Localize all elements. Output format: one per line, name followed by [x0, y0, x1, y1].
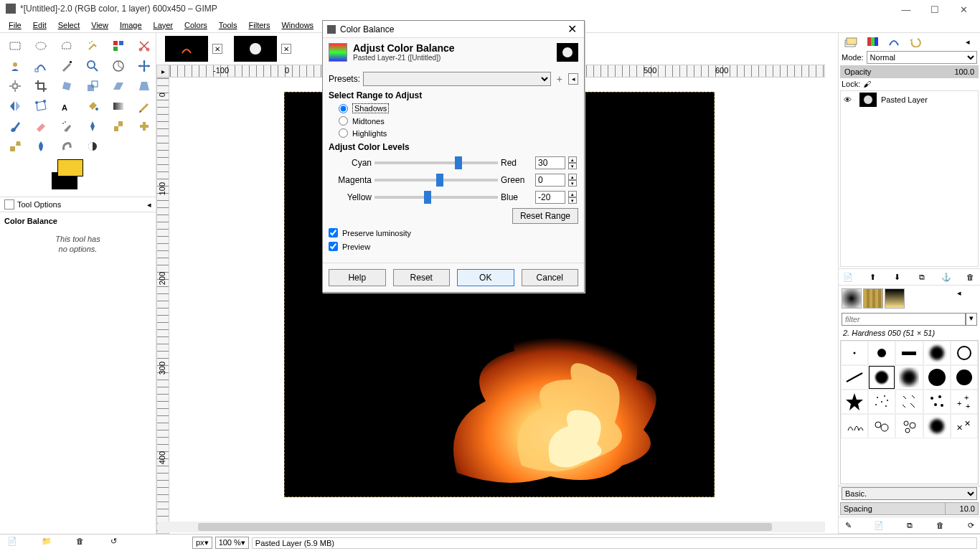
tool-clone[interactable] [108, 118, 129, 135]
tool-dodge[interactable] [82, 138, 103, 155]
brush-item[interactable] [868, 341, 895, 365]
brush-item[interactable] [868, 390, 895, 414]
tool-bucket[interactable] [82, 98, 103, 115]
tool-cage[interactable] [30, 98, 52, 115]
edit-brush-icon[interactable]: ✎ [842, 519, 854, 532]
tool-blend[interactable] [108, 98, 129, 115]
canvas-h-scrollbar[interactable] [158, 522, 825, 532]
menu-edit[interactable]: Edit [27, 19, 52, 32]
duplicate-layer-icon[interactable]: ⧉ [915, 270, 928, 283]
layer-visibility-icon[interactable]: 👁 [844, 95, 855, 104]
tool-flip[interactable] [4, 98, 26, 115]
delete-brush-icon[interactable]: 🗑 [933, 519, 946, 532]
presets-select[interactable] [363, 72, 551, 86]
preset-menu-icon[interactable]: ◂ [568, 73, 578, 85]
undo-tab-icon[interactable] [906, 34, 925, 49]
new-brush-icon[interactable]: 📄 [872, 519, 885, 532]
help-button[interactable]: Help [329, 269, 386, 286]
tool-eraser[interactable] [30, 118, 52, 135]
menu-tools[interactable]: Tools [213, 19, 243, 32]
document-tab-2[interactable]: ✕ [231, 34, 294, 63]
cyan-red-slider[interactable] [374, 161, 498, 164]
tool-measure[interactable] [108, 57, 129, 75]
reset-range-button[interactable]: Reset Range [512, 208, 578, 224]
tool-perspective-clone[interactable] [4, 138, 26, 155]
gradient-tab-icon[interactable] [885, 288, 905, 309]
dialog-close-icon[interactable]: ✕ [565, 22, 580, 36]
duplicate-brush-icon[interactable]: ⧉ [903, 519, 916, 532]
tool-shear[interactable] [108, 77, 129, 95]
cancel-button[interactable]: Cancel [522, 269, 579, 286]
range-midtones-label[interactable]: Midtones [352, 117, 385, 126]
bottom-icon-2[interactable]: 📁 [42, 537, 55, 550]
tool-scale[interactable] [82, 77, 103, 95]
ruler-vertical[interactable]: 0 100 200 300 400 [156, 77, 169, 534]
bottom-icon-1[interactable]: 📄 [7, 537, 20, 550]
menu-windows[interactable]: Windows [275, 19, 319, 32]
range-shadows-radio[interactable] [339, 104, 348, 113]
minimize-button[interactable]: — [898, 3, 914, 16]
mode-select[interactable]: Normal [867, 51, 977, 64]
layer-thumbnail[interactable] [859, 93, 877, 107]
bottom-icon-3[interactable]: 🗑 [76, 537, 89, 550]
close-button[interactable]: ✕ [956, 3, 971, 16]
spin-up[interactable]: ▴ [568, 156, 577, 163]
brush-grid[interactable]: +++ ✕✕ [840, 340, 979, 484]
brush-item[interactable] [895, 341, 923, 365]
brush-item[interactable] [923, 390, 951, 414]
cyan-red-value[interactable] [535, 156, 565, 169]
brush-item[interactable] [951, 365, 978, 390]
tool-scissors[interactable] [133, 37, 155, 55]
tool-airbrush[interactable] [56, 118, 77, 135]
spin-up[interactable]: ▴ [568, 191, 577, 197]
spin-down[interactable]: ▾ [568, 163, 577, 169]
magenta-green-value[interactable] [535, 174, 565, 187]
brush-item[interactable] [841, 365, 868, 390]
menu-image[interactable]: Image [114, 19, 148, 32]
tool-text[interactable]: A [56, 98, 77, 115]
tool-fuzzy-select[interactable] [82, 37, 103, 55]
pattern-tab-icon[interactable] [863, 288, 883, 309]
layers-tab-icon[interactable] [842, 34, 860, 49]
menu-view[interactable]: View [85, 19, 114, 32]
ruler-corner[interactable]: ▸ [156, 65, 169, 77]
brush-item[interactable] [923, 365, 951, 390]
delete-layer-icon[interactable]: 🗑 [964, 270, 977, 283]
tool-paintbrush[interactable] [4, 118, 26, 135]
tool-rotate[interactable] [56, 77, 77, 95]
tool-align[interactable] [4, 77, 26, 95]
reset-button[interactable]: Reset [393, 269, 451, 286]
brush-item[interactable]: +++ [951, 390, 978, 414]
raise-layer-icon[interactable]: ⬆ [866, 270, 879, 283]
tool-heal[interactable] [133, 118, 155, 135]
brush-item[interactable] [951, 341, 978, 365]
brush-preset-select[interactable]: Basic. [842, 487, 977, 500]
spin-down[interactable]: ▾ [568, 180, 577, 187]
magenta-green-slider[interactable] [374, 179, 498, 182]
tool-paths[interactable] [30, 57, 52, 75]
tool-move[interactable] [133, 57, 155, 75]
tool-blur[interactable] [30, 138, 52, 155]
dock-menu-icon[interactable]: ◂ [958, 34, 977, 49]
unit-select[interactable]: px▾ [192, 537, 212, 549]
tool-perspective[interactable] [133, 77, 155, 95]
paths-tab-icon[interactable] [885, 34, 903, 49]
brush-item[interactable] [895, 390, 923, 414]
range-highlights-radio[interactable] [339, 128, 348, 138]
brush-item[interactable] [868, 414, 895, 438]
brush-item[interactable] [841, 414, 868, 438]
spin-down[interactable]: ▾ [568, 197, 577, 204]
menu-colors[interactable]: Colors [179, 19, 213, 32]
menu-layer[interactable]: Layer [148, 19, 179, 32]
brush-item[interactable] [895, 414, 923, 438]
tool-color-picker[interactable] [56, 57, 77, 75]
close-tab-icon[interactable]: ✕ [212, 44, 222, 54]
opacity-slider[interactable]: Opacity 100.0 [840, 65, 979, 78]
spin-up[interactable]: ▴ [568, 174, 577, 180]
brush-filter-input[interactable] [842, 313, 966, 326]
new-layer-icon[interactable]: 📄 [842, 270, 854, 283]
tool-free-select[interactable] [56, 37, 77, 55]
preview-label[interactable]: Preview [342, 242, 370, 251]
brush-item[interactable] [841, 341, 868, 365]
tool-pencil[interactable] [133, 98, 155, 115]
